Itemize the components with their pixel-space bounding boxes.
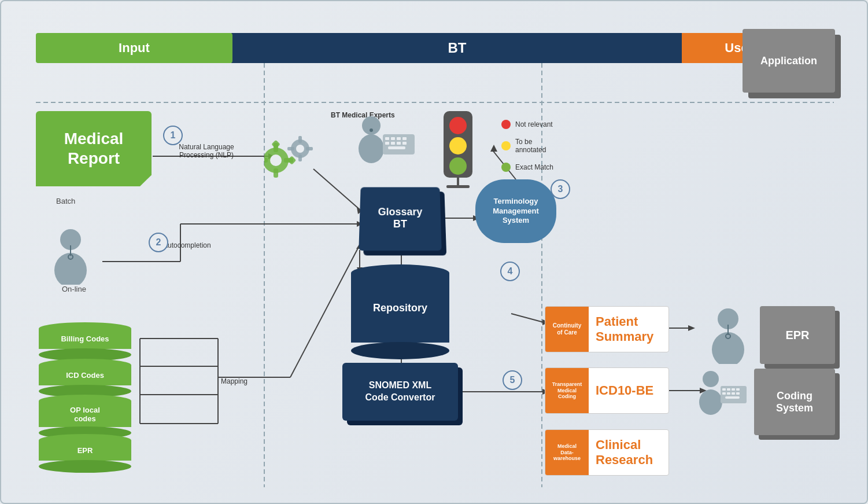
traffic-light-legend: Not relevant To be annotated Exact Match (501, 120, 553, 174)
svg-rect-91 (732, 388, 735, 391)
svg-point-86 (703, 371, 719, 387)
svg-point-46 (270, 154, 282, 166)
icd-codes-db: ICD Codes (39, 359, 131, 398)
svg-rect-57 (287, 147, 294, 150)
svg-rect-69 (397, 142, 401, 145)
epr-doctor-icon (705, 306, 751, 364)
epr-box: EPR (760, 306, 835, 364)
medical-report-box: Medical Report (36, 111, 152, 186)
repository-box: Repository (351, 264, 449, 359)
svg-rect-64 (391, 137, 395, 140)
svg-marker-19 (490, 145, 497, 152)
autocomp-label: Autocompletion (163, 241, 211, 249)
svg-rect-58 (306, 147, 313, 150)
step1-circle: 1 (163, 126, 183, 145)
svg-rect-66 (402, 137, 407, 140)
snomed-box: SNOMED XML Code Convertor (342, 363, 458, 421)
svg-point-61 (370, 128, 373, 132)
svg-rect-49 (264, 158, 268, 163)
svg-rect-48 (274, 168, 278, 178)
op-local-codes-db: OP localcodes (39, 395, 131, 439)
svg-point-60 (359, 134, 384, 163)
svg-rect-92 (736, 388, 740, 391)
svg-point-54 (296, 145, 304, 153)
gears-icon (264, 134, 322, 186)
step2-circle: 2 (149, 233, 168, 252)
svg-rect-52 (287, 156, 297, 165)
svg-rect-68 (391, 142, 395, 145)
step5-circle: 5 (503, 370, 522, 390)
svg-rect-90 (727, 388, 730, 391)
glossary-bt-box: Glossary BT (359, 187, 441, 251)
svg-rect-97 (725, 396, 740, 399)
batch-label: Batch (56, 197, 75, 205)
header-bar: Input BT Use Cases (36, 33, 832, 63)
svg-rect-77 (446, 185, 470, 188)
svg-point-74 (449, 137, 467, 154)
bt-header: BT (231, 33, 683, 63)
step4-circle: 4 (500, 262, 520, 281)
svg-rect-95 (732, 392, 735, 395)
epr-db: EPR (39, 434, 131, 473)
coding-keyboard-icon (696, 369, 748, 421)
bt-experts-icon (354, 114, 418, 166)
svg-point-75 (449, 157, 467, 175)
clinical-research-card: MedicalData-warehouse ClinicalResearch (545, 429, 669, 476)
coding-system-box: Coding System (754, 369, 835, 435)
step3-circle: 3 (551, 179, 570, 199)
patient-summary-card: Continuityof Care PatientSummary (545, 306, 669, 352)
icd10-be-card: TransparentMedicalCoding ICD10-BE (545, 367, 669, 414)
svg-point-87 (699, 389, 722, 415)
svg-rect-65 (397, 137, 401, 140)
svg-point-59 (362, 116, 381, 135)
online-doctor-icon (47, 227, 94, 285)
online-label: On-line (62, 285, 86, 293)
main-container: Input BT Use Cases Application Medical R… (0, 0, 868, 504)
mapping-label: Mapping (221, 377, 248, 385)
svg-line-24 (511, 314, 544, 322)
svg-rect-70 (402, 142, 407, 145)
svg-rect-55 (298, 136, 302, 143)
svg-rect-93 (722, 392, 726, 395)
svg-point-73 (449, 117, 467, 134)
svg-rect-51 (271, 140, 280, 149)
svg-point-79 (54, 253, 87, 285)
application-box: Application (743, 29, 835, 93)
svg-rect-71 (388, 146, 405, 149)
svg-rect-63 (385, 137, 389, 140)
nlp-label: Natural Language Processing (NLP) (172, 143, 241, 159)
billing-codes-db: Billing Codes (39, 322, 131, 361)
svg-rect-56 (298, 154, 302, 161)
input-header: Input (36, 33, 232, 63)
svg-rect-94 (727, 392, 730, 395)
svg-rect-96 (736, 392, 740, 395)
svg-rect-89 (722, 388, 726, 391)
traffic-light-icon (435, 108, 487, 189)
svg-rect-67 (385, 142, 389, 145)
svg-line-43 (290, 247, 359, 377)
svg-marker-27 (688, 325, 695, 331)
svg-point-83 (712, 332, 744, 364)
terminology-management-box: Terminology Management System (475, 179, 556, 243)
